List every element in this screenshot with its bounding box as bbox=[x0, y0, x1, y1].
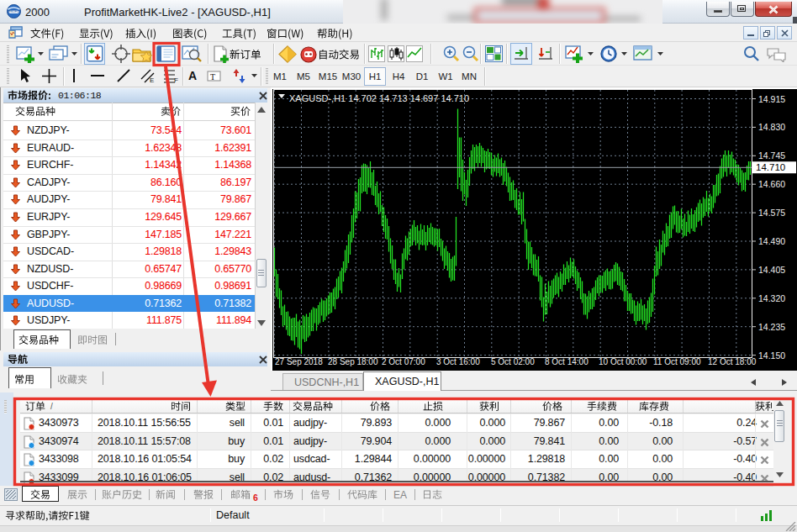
svg-text:14.915: 14.915 bbox=[758, 94, 785, 104]
svg-text:2 Oct 07:00: 2 Oct 07:00 bbox=[382, 357, 425, 366]
svg-text:14.490: 14.490 bbox=[758, 236, 785, 246]
svg-text:3 Oct 16:00: 3 Oct 16:00 bbox=[436, 357, 480, 366]
svg-text:5 Oct 02:00: 5 Oct 02:00 bbox=[491, 357, 535, 366]
svg-text:10 Oct 00:00: 10 Oct 00:00 bbox=[599, 357, 647, 366]
svg-text:12 Oct 18:00: 12 Oct 18:00 bbox=[708, 357, 757, 366]
svg-text:27 Sep 2018: 27 Sep 2018 bbox=[275, 357, 323, 366]
svg-text:XAGUSD-,H1 14.702 14.713 14.6: XAGUSD-,H1 14.702 14.713 14.697 14.710 bbox=[289, 93, 469, 103]
svg-text:14.150: 14.150 bbox=[758, 350, 785, 361]
svg-text:28 Sep 18:00: 28 Sep 18:00 bbox=[328, 357, 378, 366]
svg-text:14.235: 14.235 bbox=[758, 322, 785, 332]
svg-text:14.320: 14.320 bbox=[758, 293, 785, 303]
svg-text:14.660: 14.660 bbox=[758, 179, 785, 189]
svg-text:14.405: 14.405 bbox=[758, 265, 785, 275]
svg-text:11 Oct 09:00: 11 Oct 09:00 bbox=[653, 357, 701, 366]
svg-text:14.710: 14.710 bbox=[756, 162, 785, 172]
svg-text:8 Oct 14:00: 8 Oct 14:00 bbox=[545, 357, 589, 366]
svg-text:14.575: 14.575 bbox=[758, 208, 785, 218]
svg-text:14.745: 14.745 bbox=[758, 150, 785, 161]
svg-text:14.830: 14.830 bbox=[758, 122, 785, 132]
